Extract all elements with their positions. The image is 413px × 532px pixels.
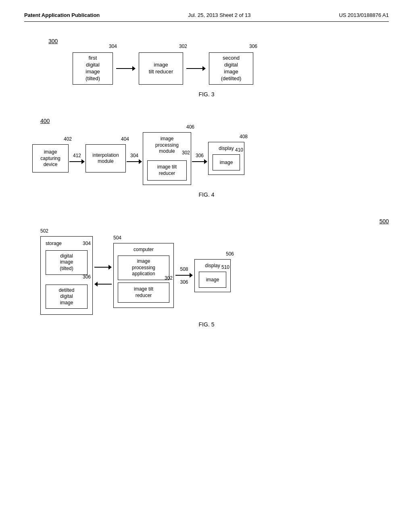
fig5-arrow-right2 — [175, 273, 193, 278]
fig3-box304-wrapper: 304 first digital image (tilted) — [73, 52, 113, 85]
fig4-processing-label: image processing module — [147, 136, 187, 155]
fig3-caption: FIG. 3 — [24, 91, 389, 98]
fig4-label-304: 304 — [130, 153, 138, 158]
fig5-label-506: 506 — [226, 251, 234, 257]
fig4-label-404: 404 — [121, 136, 129, 142]
fig5-computer-label: computer — [118, 247, 169, 252]
fig4-arrow304: 304 — [127, 153, 142, 164]
page-header: Patent Application Publication Jul. 25, … — [24, 12, 389, 22]
fig4-box404-wrapper: 404 interpolation module — [86, 144, 126, 172]
fig5-arrow-left1 — [94, 282, 112, 287]
fig5-box306-wrapper: 306 detilted digital image — [46, 281, 88, 309]
fig5-diagram: 502 storage 304 digital image (tilted) 3… — [40, 236, 389, 315]
fig4-label-408: 408 — [240, 134, 248, 139]
fig4-label-410: 410 — [235, 147, 243, 153]
fig5-box304-wrapper: 304 digital image (tilted) — [46, 248, 88, 275]
fig4-display-408: display 410 image — [208, 142, 244, 175]
fig4-label-302: 302 — [182, 150, 190, 156]
fig5-arrows-storage-computer — [94, 265, 112, 287]
fig5-label-302: 302 — [165, 275, 173, 281]
fig4-box-402: image capturing device — [32, 144, 69, 172]
fig5-box-510: image — [199, 272, 226, 288]
fig5-box-302: image tilt reducer — [118, 283, 169, 303]
fig4-label-402: 402 — [64, 136, 72, 142]
fig5-display-wrapper: 506 display 510 image — [194, 259, 231, 292]
fig3-label-302: 302 — [179, 44, 187, 49]
fig4-label-412: 412 — [73, 153, 81, 158]
fig5-label-504: 504 — [113, 235, 121, 241]
fig5-label-306: 306 — [83, 274, 91, 280]
fig3-box306-wrapper: 306 second digital image (detilted) — [209, 52, 253, 85]
fig3-box-302: image tilt reducer — [139, 52, 183, 85]
fig3-section-num: 300 — [48, 38, 58, 44]
fig4-processing-module-wrapper: 406 image processing module 302 image ti… — [143, 132, 191, 185]
fig4-box-410: image — [213, 154, 240, 170]
fig5-arrow-computer-display: 508 306 — [175, 266, 193, 285]
fig5-storage-502: storage 304 digital image (tilted) 306 d… — [40, 236, 93, 315]
fig3-diagram: 304 first digital image (tilted) 302 ima… — [73, 52, 389, 85]
fig4-label-306: 306 — [196, 153, 204, 158]
fig5-storage-wrapper: 502 storage 304 digital image (tilted) 3… — [40, 236, 93, 315]
fig3-section: 300 304 first digital image (tilted) 302… — [24, 38, 389, 98]
fig4-diagram: 402 image capturing device 412 404 inter… — [32, 132, 389, 185]
fig3-label-306: 306 — [249, 44, 257, 49]
fig5-box-304: digital image (tilted) — [46, 250, 88, 275]
fig3-box302-wrapper: 302 image tilt reducer — [139, 52, 183, 85]
fig4-display-wrapper: 408 display 410 image — [208, 142, 244, 175]
fig5-display-506: display 510 image — [194, 259, 231, 292]
fig5-box-app: image processing application — [118, 256, 169, 280]
fig4-arrow412: 412 — [69, 153, 85, 164]
fig5-storage-label: storage — [46, 241, 88, 246]
fig3-box-304: first digital image (tilted) — [73, 52, 113, 85]
fig5-label-304: 304 — [83, 241, 91, 246]
fig4-box-404: interpolation module — [86, 144, 126, 172]
fig4-image-wrapper: 410 image — [213, 154, 240, 170]
fig5-tilt-reducer-wrapper: 302 image tilt reducer — [118, 283, 169, 303]
fig4-tilt-reducer-wrapper: 302 image tilt reducer — [147, 157, 187, 181]
fig3-arrow2 — [186, 66, 206, 71]
header-right: US 2013/0188876 A1 — [339, 12, 389, 18]
fig5-computer-504: computer image processing application 30… — [113, 243, 174, 308]
fig4-section-num: 400 — [40, 118, 50, 124]
fig5-label-508: 508 — [180, 266, 188, 272]
fig5-section: 500 502 storage 304 digital image (tilte… — [24, 218, 389, 328]
fig5-label-510: 510 — [221, 264, 229, 270]
fig4-arrow306: 306 — [192, 153, 207, 164]
fig5-box-306: detilted digital image — [46, 285, 88, 309]
fig5-section-num: 500 — [380, 218, 389, 224]
fig5-label-306-arrow: 306 — [180, 279, 188, 285]
fig3-box-306: second digital image (detilted) — [209, 52, 253, 85]
header-center: Jul. 25, 2013 Sheet 2 of 13 — [188, 12, 250, 18]
fig5-computer-wrapper: 504 computer image processing applicatio… — [113, 243, 174, 308]
fig5-caption: FIG. 5 — [24, 321, 389, 328]
fig4-section: 400 402 image capturing device 412 404 i… — [24, 118, 389, 198]
header-left: Patent Application Publication — [24, 12, 100, 18]
fig4-box402-wrapper: 402 image capturing device — [32, 144, 69, 172]
fig4-nested-box-406: image processing module 302 image tilt r… — [143, 132, 191, 185]
fig4-caption: FIG. 4 — [24, 191, 389, 198]
fig4-label-406: 406 — [186, 124, 194, 130]
fig5-arrow-right1 — [94, 265, 112, 270]
fig4-box-302: image tilt reducer — [147, 160, 187, 181]
fig3-label-304: 304 — [109, 44, 117, 49]
fig5-image-wrapper: 510 image — [199, 272, 226, 288]
fig5-label-502: 502 — [40, 228, 48, 234]
fig3-arrow1 — [116, 66, 136, 71]
